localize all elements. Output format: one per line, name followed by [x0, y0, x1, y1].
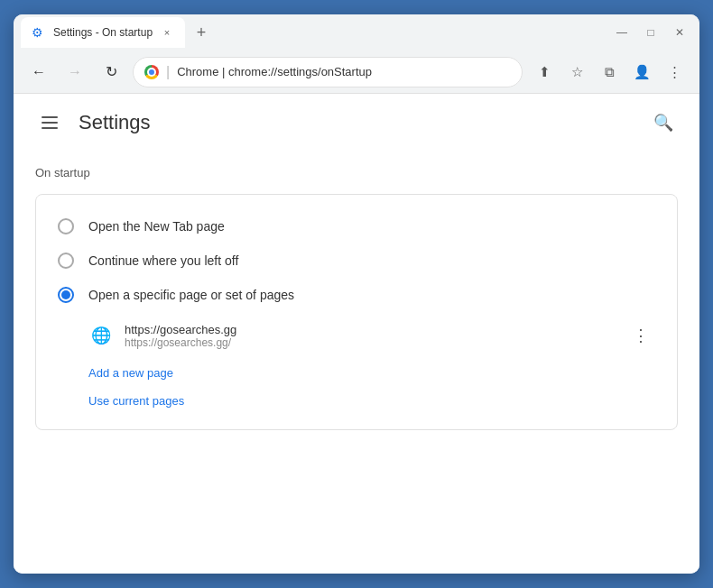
page-menu-button[interactable]: ⋮: [626, 321, 655, 350]
maximize-button[interactable]: □: [638, 20, 663, 45]
minimize-button[interactable]: —: [609, 20, 634, 45]
new-tab-button[interactable]: +: [189, 20, 214, 45]
active-tab[interactable]: ⚙ Settings - On startup ×: [21, 17, 185, 48]
close-button[interactable]: ✕: [667, 20, 692, 45]
tab-close-button[interactable]: ×: [160, 25, 174, 40]
radio-selected-indicator: [61, 290, 70, 299]
extensions-button[interactable]: ⧉: [595, 58, 624, 87]
reload-button[interactable]: ↻: [97, 58, 125, 87]
settings-main: Settings 🔍 On startup Open the New Tab p…: [14, 94, 699, 574]
settings-header: Settings 🔍: [14, 94, 699, 152]
hamburger-button[interactable]: [35, 108, 64, 137]
tab-strip: ⚙ Settings - On startup × +: [21, 17, 606, 48]
radio-option-continue[interactable]: Continue where you left off: [58, 243, 655, 278]
address-url: Chrome | chrome://settings/onStartup: [177, 65, 511, 78]
radio-button-new-tab[interactable]: [58, 218, 74, 234]
page-globe-icon: 🌐: [88, 323, 114, 348]
startup-card: Open the New Tab page Continue where you…: [35, 194, 678, 430]
address-separator: |: [166, 64, 170, 80]
radio-label-new-tab: Open the New Tab page: [88, 219, 225, 234]
tab-title: Settings - On startup: [53, 26, 153, 39]
browser-window: ⚙ Settings - On startup × + — □ ✕ ← → ↻ …: [14, 14, 699, 574]
page-info: https://gosearches.gg https://gosearches…: [125, 323, 616, 349]
address-bar[interactable]: | Chrome | chrome://settings/onStartup: [133, 57, 523, 87]
on-startup-label: On startup: [35, 166, 678, 179]
radio-button-specific[interactable]: [58, 287, 74, 303]
use-current-pages-button[interactable]: Use current pages: [88, 387, 184, 415]
add-new-page-button[interactable]: Add a new page: [88, 359, 173, 387]
share-button[interactable]: ⬆: [530, 58, 559, 87]
back-button[interactable]: ←: [24, 58, 53, 87]
menu-button[interactable]: ⋮: [660, 58, 689, 87]
page-title-text: https://gosearches.gg: [125, 323, 616, 336]
hamburger-icon: [42, 116, 58, 129]
window-controls: — □ ✕: [609, 20, 692, 45]
settings-search-button[interactable]: 🔍: [649, 108, 678, 137]
radio-label-continue: Continue where you left off: [88, 253, 238, 268]
title-bar: ⚙ Settings - On startup × + — □ ✕: [14, 14, 699, 51]
url-separator: |: [222, 65, 228, 78]
radio-button-continue[interactable]: [58, 253, 74, 269]
bookmark-button[interactable]: ☆: [562, 58, 591, 87]
toolbar: ← → ↻ | Chrome | chrome://settings/onSta…: [14, 51, 699, 94]
content-area: On startup Open the New Tab page Continu…: [14, 152, 699, 445]
startup-page-row: 🌐 https://gosearches.gg https://gosearch…: [88, 312, 655, 359]
forward-button[interactable]: →: [60, 58, 89, 87]
chrome-logo-icon: [144, 65, 159, 79]
radio-option-specific[interactable]: Open a specific page or set of pages: [58, 278, 655, 312]
url-path: chrome://settings/onStartup: [228, 65, 372, 78]
radio-label-specific: Open a specific page or set of pages: [88, 288, 294, 302]
settings-page-title: Settings: [79, 111, 151, 134]
toolbar-actions: ⬆ ☆ ⧉ 👤 ⋮: [530, 58, 689, 87]
settings-container: Settings 🔍 On startup Open the New Tab p…: [14, 94, 699, 574]
radio-option-new-tab[interactable]: Open the New Tab page: [58, 209, 655, 243]
page-url-text: https://gosearches.gg/: [125, 336, 616, 349]
profile-button[interactable]: 👤: [627, 58, 656, 87]
chrome-text: Chrome: [177, 65, 218, 78]
tab-favicon: ⚙: [32, 25, 46, 40]
